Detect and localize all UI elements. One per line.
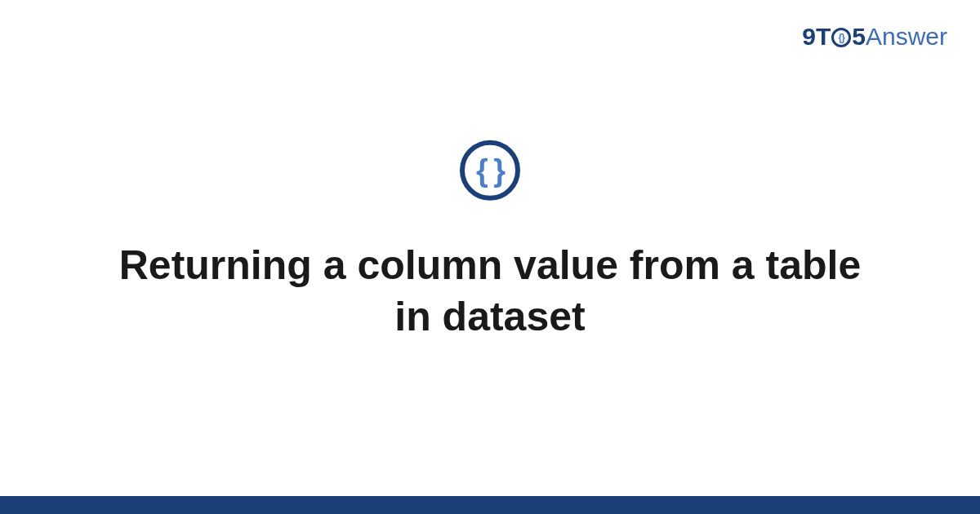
site-logo[interactable]: 9T {} 5 Answer: [802, 23, 947, 51]
topic-icon: { }: [460, 140, 520, 201]
main-content: { } Returning a column value from a tabl…: [0, 140, 980, 342]
logo-text-answer: Answer: [866, 23, 947, 51]
braces-icon: {}: [831, 28, 851, 47]
logo-text-5: 5: [852, 23, 866, 51]
page-title: Returning a column value from a table in…: [82, 240, 898, 342]
braces-icon: { }: [460, 140, 520, 201]
logo-o-icon: {}: [831, 27, 852, 47]
logo-text-9t: 9T: [802, 23, 831, 51]
footer-decoration: [0, 496, 980, 514]
